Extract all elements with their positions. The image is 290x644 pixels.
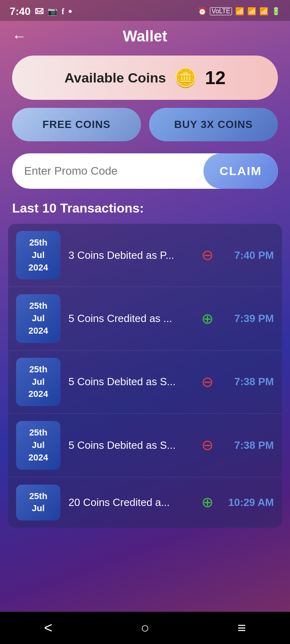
transaction-time: 7:39 PM	[222, 312, 274, 325]
transaction-item: 25thJul20245 Coins Credited as ...⊕7:39 …	[8, 287, 282, 350]
transaction-description: 5 Coins Debited as S...	[68, 439, 193, 452]
coin-icon: 🪙	[174, 67, 197, 89]
date-badge: 25thJul2024	[16, 294, 60, 343]
debit-icon: ⊖	[201, 437, 213, 454]
fb-icon: f	[62, 7, 64, 16]
transaction-time: 10:29 AM	[222, 496, 274, 509]
coins-label: Available Coins	[64, 70, 166, 86]
transaction-item: 25thJul20245 Coins Debited as S...⊖7:38 …	[8, 414, 282, 477]
nav-back-button[interactable]: <	[44, 619, 52, 636]
bottom-navigation: < ○ ≡	[0, 612, 290, 644]
action-buttons: FREE COINS BUY 3X COINS	[12, 108, 278, 141]
camera-icon: 📷	[48, 6, 58, 16]
page-title: Wallet	[123, 28, 168, 45]
back-button[interactable]: ←	[12, 29, 27, 43]
signal-icon1: 📶	[247, 7, 256, 16]
date-badge: 25thJul2024	[16, 231, 60, 279]
coins-card: Available Coins 🪙 12	[12, 56, 278, 100]
nav-home-button[interactable]: ○	[141, 619, 149, 636]
transaction-item: 25thJul20243 Coins Debited as P...⊖7:40 …	[8, 224, 282, 287]
debit-icon: ⊖	[201, 374, 213, 390]
battery-icon: 🔋	[271, 7, 280, 16]
wifi-icon: 📶	[235, 7, 244, 16]
date-badge: 25thJul2024	[16, 358, 60, 406]
page-header: ← Wallet	[0, 21, 290, 52]
date-badge: 25thJul	[16, 485, 60, 521]
status-time: 7:40 🖂 📷 f •	[10, 5, 72, 18]
claim-button[interactable]: CLAIM	[203, 153, 278, 189]
msg-icon: 🖂	[35, 6, 44, 17]
transaction-item: 25thJul20245 Coins Debited as S...⊖7:38 …	[8, 351, 282, 414]
transaction-time: 7:38 PM	[222, 439, 274, 452]
transaction-time: 7:38 PM	[222, 376, 274, 388]
time-display: 7:40	[10, 5, 31, 18]
promo-container: CLAIM	[12, 153, 278, 189]
transaction-description: 20 Coins Credited a...	[68, 496, 193, 509]
transactions-title: Last 10 Transactions:	[12, 201, 278, 216]
transaction-time: 7:40 PM	[222, 249, 274, 262]
free-coins-button[interactable]: FREE COINS	[12, 108, 141, 141]
date-badge: 25thJul2024	[16, 421, 60, 469]
credit-icon: ⊕	[201, 310, 213, 327]
volte-icon: VoLTE	[210, 7, 232, 15]
transaction-item: 25thJul20 Coins Credited a...⊕10:29 AM	[8, 477, 282, 528]
status-right-icons: ⏰ VoLTE 📶 📶 📶 🔋	[198, 7, 280, 16]
transactions-list: 25thJul20243 Coins Debited as P...⊖7:40 …	[8, 224, 282, 528]
buy-coins-button[interactable]: BUY 3X COINS	[149, 108, 278, 141]
signal-icon2: 📶	[259, 7, 268, 16]
nav-menu-button[interactable]: ≡	[238, 619, 246, 636]
transaction-description: 5 Coins Debited as S...	[68, 376, 193, 388]
dot-icon: •	[68, 5, 72, 18]
status-bar: 7:40 🖂 📷 f • ⏰ VoLTE 📶 📶 📶 🔋	[0, 0, 290, 21]
debit-icon: ⊖	[201, 247, 213, 264]
coins-value: 12	[205, 67, 226, 89]
credit-icon: ⊕	[201, 494, 213, 511]
transaction-description: 5 Coins Credited as ...	[68, 312, 193, 325]
alarm-icon: ⏰	[198, 7, 207, 16]
promo-input[interactable]	[12, 165, 203, 178]
transaction-description: 3 Coins Debited as P...	[68, 249, 193, 262]
main-content: ← Wallet Available Coins 🪙 12 FREE COINS…	[0, 21, 290, 568]
